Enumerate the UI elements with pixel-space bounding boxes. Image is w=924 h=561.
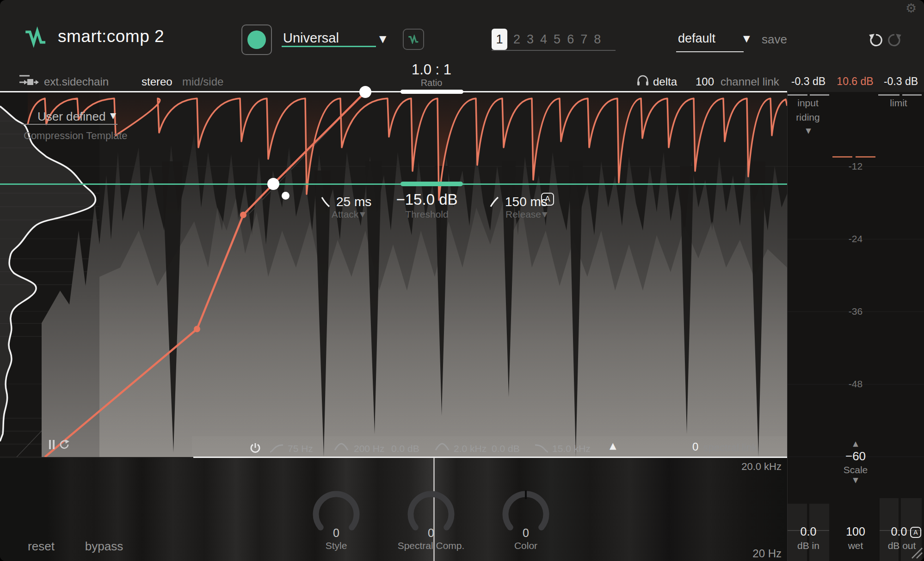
sonible-logo-icon — [25, 24, 47, 50]
ratio-line[interactable] — [0, 91, 787, 92]
bell1-freq[interactable]: 200 Hz — [354, 443, 385, 454]
knee-node[interactable] — [282, 192, 290, 200]
delta-toggle[interactable]: delta — [653, 75, 677, 88]
curve-node-2[interactable] — [194, 326, 200, 332]
wet-value[interactable]: 100 — [846, 525, 865, 538]
page-tabs-underline — [492, 50, 616, 51]
bell1-filter-icon[interactable] — [334, 443, 349, 451]
input-riding-chevron-down-icon[interactable]: ▼ — [806, 127, 811, 135]
attack-value[interactable]: 25 ms — [336, 195, 371, 209]
page-tab-7[interactable]: 7 — [580, 32, 587, 47]
bell2-filter-icon[interactable] — [435, 443, 450, 451]
preset-underline — [676, 51, 744, 52]
bypass-button[interactable]: bypass — [85, 539, 123, 554]
attack-chevron-down-icon[interactable]: ▼ — [360, 210, 365, 219]
ratio-handle[interactable] — [400, 90, 463, 94]
threshold-line[interactable] — [0, 183, 787, 185]
compression-graph[interactable] — [0, 92, 787, 457]
ext-sidechain-icon[interactable] — [18, 73, 39, 88]
scale-tick-36: -36 — [849, 306, 862, 317]
threshold-handle[interactable] — [400, 182, 463, 186]
filter-expand-icon[interactable]: ▲ — [610, 440, 616, 451]
channel-link-value[interactable]: 100 — [696, 75, 714, 88]
save-button[interactable]: save — [762, 32, 787, 47]
ratio-value[interactable]: 1.0 : 1 — [412, 61, 451, 78]
style-knob-label: Style — [326, 540, 347, 551]
db-in-value[interactable]: 0.0 — [801, 525, 817, 538]
limit-label[interactable]: limit — [890, 98, 907, 109]
undo-icon[interactable] — [868, 32, 884, 49]
spectral-comp-knob-label: Spectral Comp. — [398, 540, 465, 551]
freq-top-label: 20.0 kHz — [712, 461, 782, 473]
gain-reduction-marker — [832, 156, 852, 158]
release-auto-button[interactable]: A — [541, 193, 554, 206]
stereo-toggle[interactable]: stereo — [142, 75, 172, 88]
headphones-icon[interactable] — [636, 74, 649, 86]
scale-down-icon[interactable]: ▼ — [853, 476, 858, 484]
page-tab-6[interactable]: 6 — [567, 32, 574, 47]
template-select[interactable]: User defined — [37, 110, 105, 124]
curve-node-1[interactable] — [240, 212, 246, 218]
power-icon[interactable] — [250, 442, 261, 455]
ext-sidechain-toggle[interactable]: ext.sidechain — [44, 75, 109, 88]
release-label: Release — [505, 209, 541, 220]
redo-icon[interactable] — [886, 32, 903, 49]
output-auto-button[interactable]: A — [910, 527, 921, 538]
page-tab-5[interactable]: 5 — [554, 32, 561, 47]
output-auto-label: A — [913, 529, 918, 536]
db-out-value[interactable]: 0.0 — [891, 525, 907, 538]
gear-icon[interactable]: ⚙ — [906, 1, 917, 15]
page-tab-8[interactable]: 8 — [594, 32, 601, 47]
db-in-label: dB in — [797, 540, 819, 551]
release-icon — [489, 195, 499, 208]
page-tab-active[interactable]: 1 — [492, 29, 507, 50]
bell1-gain[interactable]: 0.0 dB — [391, 443, 419, 454]
input-riding-label-1[interactable]: input — [797, 98, 819, 109]
color-knob[interactable] — [500, 489, 551, 531]
spectral-comp-knob[interactable] — [406, 489, 456, 531]
preset-select[interactable]: default — [678, 31, 715, 46]
input-riding-db[interactable]: -0.3 dB — [791, 75, 825, 88]
page-tab-4[interactable]: 4 — [540, 32, 547, 47]
highpass-freq[interactable]: 75 Hz — [288, 443, 313, 454]
profile-underline — [282, 46, 376, 47]
limit-db[interactable]: -0.3 dB — [884, 75, 918, 88]
spectral-link-value[interactable]: 0 — [692, 440, 698, 453]
record-button[interactable] — [241, 24, 272, 55]
threshold-node[interactable] — [267, 178, 279, 190]
gain-reduction-marker2 — [856, 156, 875, 158]
ratio-node[interactable] — [359, 86, 371, 98]
lowpass-freq[interactable]: 15.0 kHz — [552, 443, 591, 454]
bell2-freq[interactable]: 2.0 kHz — [454, 443, 487, 454]
record-indicator — [247, 30, 266, 49]
preset-chevron-down-icon[interactable]: ▼ — [743, 33, 750, 43]
limit-meter-top — [878, 94, 899, 96]
input-riding-meter-top2 — [810, 94, 829, 96]
channel-link-label: channel link — [721, 75, 779, 88]
spectral-link-label: spectral link — [703, 442, 757, 454]
profile-chevron-down-icon[interactable]: ▼ — [379, 33, 386, 44]
template-chevron-down-icon[interactable]: ▼ — [110, 111, 116, 120]
input-riding-label-2[interactable]: riding — [796, 112, 819, 123]
release-chevron-down-icon[interactable]: ▼ — [542, 210, 548, 219]
attack-icon — [320, 195, 331, 208]
input-riding-meter-top — [788, 94, 807, 96]
reset-button[interactable]: reset — [28, 539, 55, 554]
profile-select[interactable]: Universal — [283, 30, 339, 46]
threshold-value[interactable]: −15.0 dB — [396, 191, 457, 208]
resize-handle[interactable] — [911, 547, 923, 559]
page-tab-3[interactable]: 3 — [527, 32, 534, 47]
scale-up-icon[interactable]: ▲ — [853, 439, 858, 448]
scale-value[interactable]: −60 — [845, 449, 866, 463]
bell2-gain[interactable]: 0.0 dB — [492, 443, 520, 454]
page-tab-2[interactable]: 2 — [513, 32, 520, 47]
color-knob-label: Color — [514, 540, 537, 551]
ai-learn-button[interactable] — [403, 29, 424, 50]
style-knob-value: 0 — [333, 526, 339, 540]
style-knob[interactable] — [311, 489, 362, 531]
midside-toggle[interactable]: mid/side — [182, 75, 223, 88]
highpass-filter-icon[interactable] — [269, 444, 284, 453]
lowpass-filter-icon[interactable] — [534, 444, 549, 453]
loop-icon[interactable] — [59, 439, 70, 450]
pause-icon[interactable] — [49, 440, 55, 449]
